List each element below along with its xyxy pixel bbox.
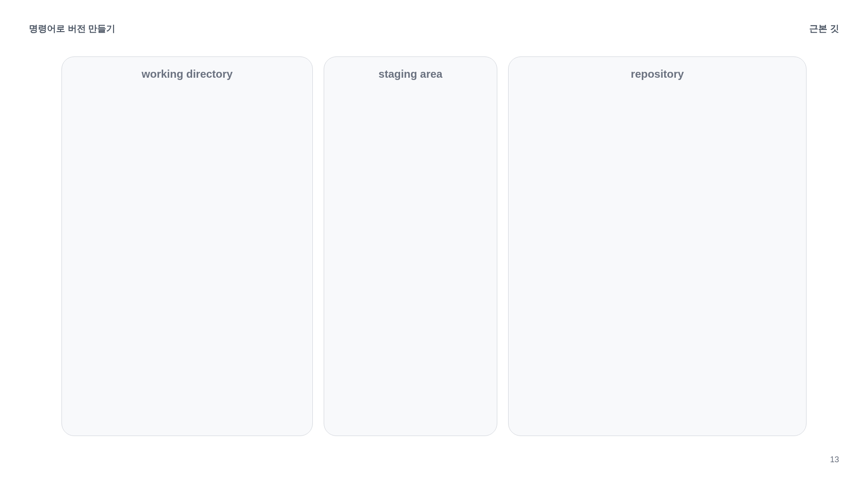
slide-title-left: 명령어로 버전 만들기	[29, 23, 115, 35]
panel-title-working-directory: working directory	[62, 68, 312, 80]
slide-title-right: 근본 깃	[809, 23, 839, 35]
panel-title-staging-area: staging area	[324, 68, 497, 80]
panel-title-repository: repository	[509, 68, 806, 80]
slide-header: 명령어로 버전 만들기 근본 깃	[0, 23, 868, 35]
panel-staging-area: staging area	[324, 56, 497, 436]
panel-repository: repository	[508, 56, 807, 436]
page-number: 13	[830, 455, 839, 465]
panel-working-directory: working directory	[61, 56, 313, 436]
panels-container: working directory staging area repositor…	[61, 56, 807, 436]
